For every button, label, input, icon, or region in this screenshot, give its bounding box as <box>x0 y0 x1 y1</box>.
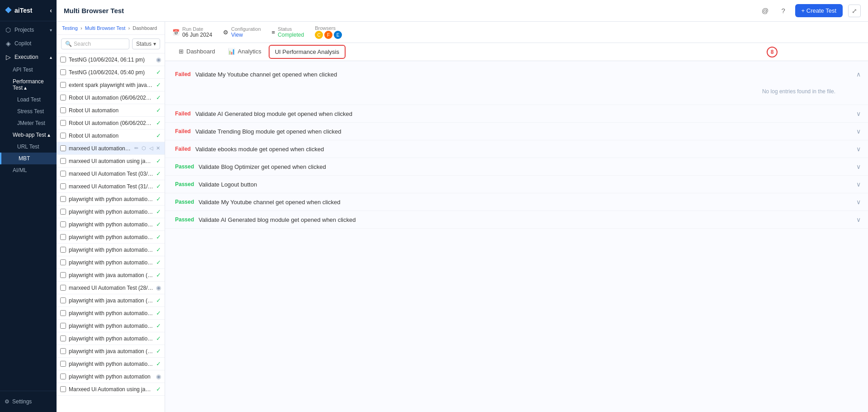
result-row[interactable]: FailedValidate ebooks module get opened … <box>165 140 868 158</box>
expand-icon[interactable]: ∨ <box>856 198 861 206</box>
test-list-item[interactable]: playwright with python automation ...✓ <box>57 244 165 256</box>
test-item-checkbox[interactable] <box>60 145 66 151</box>
test-item-checkbox[interactable] <box>60 247 66 253</box>
sidebar-item-ai-ml[interactable]: AI/ML <box>0 164 57 176</box>
item-action-btn[interactable]: ⬡ <box>141 145 147 152</box>
test-list-item[interactable]: extent spark playwright with java au...✓ <box>57 79 165 91</box>
test-item-checkbox[interactable] <box>60 323 66 329</box>
expand-icon[interactable]: ∨ <box>856 145 861 153</box>
test-item-checkbox[interactable] <box>60 221 66 227</box>
sidebar-item-performance-test[interactable]: Performance Test ▴ <box>0 76 57 94</box>
sidebar-item-copilot[interactable]: ◈ Copilot <box>0 37 57 50</box>
result-row[interactable]: FailedValidate AI Generated blog module … <box>165 105 868 123</box>
sidebar-item-execution[interactable]: ▷ Execution ▴ <box>0 50 57 64</box>
test-item-checkbox[interactable] <box>60 386 66 392</box>
test-list-item[interactable]: Robot UI automation (06/06/2024, ...✓ <box>57 117 165 129</box>
test-list-item[interactable]: playwright with python automation ...✓ <box>57 256 165 269</box>
breadcrumb-mbt[interactable]: Multi Browser Test <box>85 25 126 31</box>
user-icon[interactable]: @ <box>759 5 772 17</box>
sidebar-item-url-test[interactable]: URL Test <box>0 141 57 153</box>
sidebar-item-load-test[interactable]: Load Test <box>0 94 57 105</box>
sidebar-item-api-test[interactable]: API Test <box>0 64 57 76</box>
create-test-button[interactable]: + Create Test <box>795 4 843 17</box>
expand-icon[interactable]: ⤢ <box>848 5 861 17</box>
sidebar-item-settings[interactable]: ⚙ Settings <box>5 396 52 407</box>
result-row[interactable]: FailedValidate Trending Blog module get … <box>165 123 868 140</box>
expand-icon[interactable]: ∧ <box>856 71 861 78</box>
tab-analytics[interactable]: 📊 Analytics <box>222 43 268 60</box>
test-list-item[interactable]: playwright with python automation ...✓ <box>57 206 165 218</box>
test-item-checkbox[interactable] <box>60 95 66 101</box>
test-item-checkbox[interactable] <box>60 183 66 189</box>
test-item-checkbox[interactable] <box>60 196 66 202</box>
test-list-item[interactable]: playwright with java automation (28...✓ <box>57 294 165 307</box>
expand-icon[interactable]: ∨ <box>856 216 861 223</box>
test-item-checkbox[interactable] <box>60 57 66 62</box>
test-item-checkbox[interactable] <box>60 297 66 303</box>
breadcrumb-testing[interactable]: Testing <box>62 25 78 31</box>
test-list-item[interactable]: marxeed UI Automation Test (28/05...◉ <box>57 282 165 294</box>
sidebar-item-projects[interactable]: ⬡ Projects ▾ <box>0 23 57 37</box>
test-item-checkbox[interactable] <box>60 69 66 75</box>
test-list-item[interactable]: Robot UI automation (06/06/2024, ...✓ <box>57 91 165 104</box>
test-item-checkbox[interactable] <box>60 133 66 139</box>
help-icon[interactable]: ? <box>777 5 790 17</box>
test-item-checkbox[interactable] <box>60 234 66 240</box>
test-list-item[interactable]: playwright with java automation (29...✓ <box>57 269 165 282</box>
test-list-item[interactable]: Marxeed Ui Automation using java s...✓ <box>57 383 165 396</box>
search-input[interactable]: 🔍 Search <box>61 38 129 49</box>
test-item-checkbox[interactable] <box>60 107 66 113</box>
result-row[interactable]: FailedValidate My Youtube channel get op… <box>165 61 868 105</box>
test-item-checkbox[interactable] <box>60 209 66 215</box>
test-list-item[interactable]: marxeed UI automation using java s...✓ <box>57 155 165 168</box>
test-list-item[interactable]: marxeed UI Automation Test (31/05/...✓ <box>57 180 165 193</box>
result-row[interactable]: PassedValidate AI Generated blog module … <box>165 211 868 229</box>
test-list-item[interactable]: Robot UI automation✓ <box>57 129 165 142</box>
sidebar-item-jmeter-test[interactable]: JMeter Test <box>0 117 57 129</box>
test-list-item[interactable]: playwright with python automation◉ <box>57 370 165 383</box>
result-row[interactable]: PassedValidate Blog Optimizer get opened… <box>165 158 868 176</box>
tab-ui-performance[interactable]: UI Performance Analysis <box>269 45 346 59</box>
test-list-item[interactable]: TestNG (10/06/2024, 06:11 pm)◉ <box>57 53 165 66</box>
test-item-checkbox[interactable] <box>60 82 66 88</box>
test-list-item[interactable]: playwright with python automation ...✓ <box>57 231 165 244</box>
sidebar-toggle[interactable]: ‹ <box>50 7 52 14</box>
test-list-item[interactable]: playwright with java automation (28...✓ <box>57 345 165 358</box>
test-item-checkbox[interactable] <box>60 120 66 126</box>
sidebar-item-webapp-test[interactable]: Web-app Test ▴ <box>0 129 57 141</box>
expand-icon[interactable]: ∨ <box>856 128 861 135</box>
sidebar-item-mbt[interactable]: MBT <box>0 153 57 164</box>
test-item-checkbox[interactable] <box>60 374 66 379</box>
expand-icon[interactable]: ∨ <box>856 181 861 188</box>
expand-icon[interactable]: ∨ <box>856 163 861 170</box>
configuration-value[interactable]: View <box>231 32 261 38</box>
test-item-checkbox[interactable] <box>60 335 66 341</box>
test-list-item[interactable]: TestNG (10/06/2024, 05:40 pm)✓ <box>57 66 165 79</box>
test-item-checkbox[interactable] <box>60 171 66 177</box>
tab-dashboard[interactable]: ⊞ Dashboard <box>172 43 222 60</box>
test-list-item[interactable]: Robot UI automation✓ <box>57 104 165 117</box>
test-item-checkbox[interactable] <box>60 285 66 291</box>
test-list-item[interactable]: marxeed UI Automation Test (03/06...✓ <box>57 168 165 180</box>
test-item-checkbox[interactable] <box>60 348 66 354</box>
test-list-item[interactable]: playwright with python automation ...✓ <box>57 193 165 206</box>
test-list-item[interactable]: playwright with python automation ...✓ <box>57 307 165 320</box>
item-action-btn[interactable]: ✏ <box>133 145 139 152</box>
test-list-item[interactable]: marxeed UI automation u...✏⬡◁✕ <box>57 142 165 155</box>
test-list-item[interactable]: playwright with python automation ...✓ <box>57 332 165 345</box>
test-list-item[interactable]: playwright with python automation ...✓ <box>57 218 165 231</box>
test-list-item[interactable]: playwright with python automation ...✓ <box>57 320 165 332</box>
item-action-btn[interactable]: ✕ <box>155 145 161 152</box>
test-item-checkbox[interactable] <box>60 259 66 265</box>
test-item-checkbox[interactable] <box>60 272 66 278</box>
test-list-item[interactable]: playwright with python automation ...✓ <box>57 358 165 370</box>
status-select[interactable]: Status ▾ <box>132 38 160 49</box>
result-row[interactable]: PassedValidate Logout button∨ <box>165 176 868 193</box>
sidebar-item-stress-test[interactable]: Stress Test <box>0 105 57 117</box>
test-item-checkbox[interactable] <box>60 158 66 164</box>
item-action-btn[interactable]: ◁ <box>148 145 154 152</box>
result-row[interactable]: PassedValidate My Youtube channel get op… <box>165 193 868 211</box>
test-item-checkbox[interactable] <box>60 310 66 316</box>
test-item-checkbox[interactable] <box>60 361 66 367</box>
expand-icon[interactable]: ∨ <box>856 110 861 117</box>
